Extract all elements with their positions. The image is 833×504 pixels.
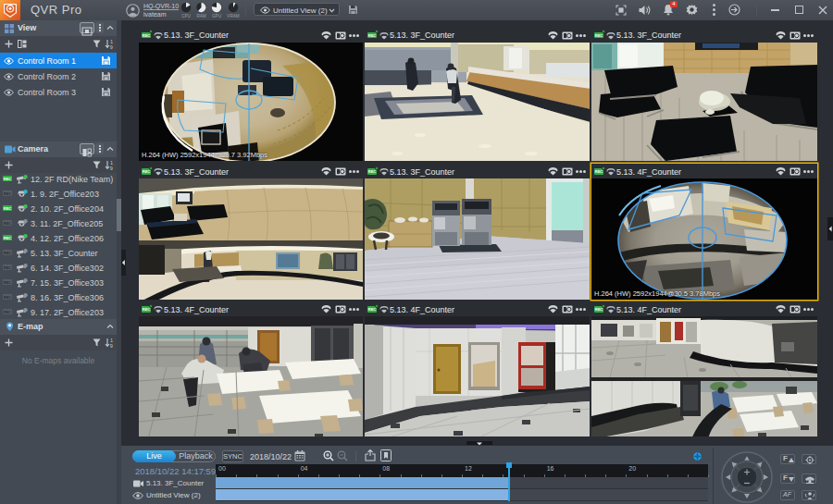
svg-text:9: 9 — [110, 44, 113, 50]
svg-text:VRAM: VRAM — [227, 14, 239, 18]
svg-text:RAM: RAM — [196, 14, 205, 18]
svg-text:9: 9 — [110, 166, 113, 171]
svg-text:9: 9 — [110, 343, 113, 349]
svg-text:CPU: CPU — [181, 14, 191, 18]
svg-text:GPU: GPU — [212, 14, 221, 18]
